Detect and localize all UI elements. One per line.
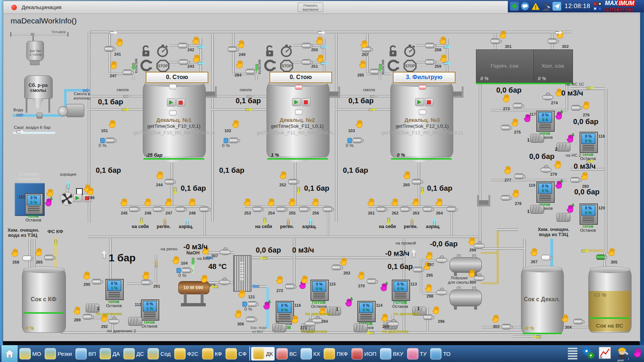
- manual-hand-icon[interactable]: [561, 314, 571, 323]
- manual-hand-icon[interactable]: [554, 160, 563, 169]
- manual-hand-icon[interactable]: [468, 236, 477, 246]
- manual-hand-icon[interactable]: [432, 306, 442, 315]
- manual-hand-icon[interactable]: [425, 283, 434, 293]
- valve-307[interactable]: [220, 249, 231, 255]
- valve-246[interactable]: [153, 206, 163, 212]
- manual-hand-icon[interactable]: [156, 171, 165, 180]
- taskbar-item-ДС[interactable]: ДС: [122, 347, 146, 361]
- valve-306[interactable]: [246, 317, 256, 322]
- status-box-2[interactable]: 0. Стою: [269, 72, 332, 83]
- taskbar-item-Резки[interactable]: Резки: [43, 347, 74, 361]
- valve-253[interactable]: [253, 206, 262, 212]
- gears-icon[interactable]: [581, 346, 595, 361]
- valve-121[interactable]: [247, 301, 257, 307]
- valve-263[interactable]: [423, 206, 432, 212]
- valve-241[interactable]: [104, 46, 114, 52]
- vfd-120[interactable]: 0 %0 %: [580, 204, 598, 225]
- valve-250[interactable]: [302, 43, 311, 48]
- manual-hand-icon[interactable]: [279, 171, 289, 180]
- water-valve[interactable]: [37, 113, 42, 119]
- chat-icon[interactable]: [521, 2, 529, 11]
- warning-icon[interactable]: !: [531, 2, 540, 11]
- valve-265[interactable]: [44, 255, 54, 260]
- taskbar-item-ПКФ[interactable]: ПКФ: [322, 347, 349, 361]
- valve-252[interactable]: [288, 179, 298, 184]
- touch-pointer-icon[interactable]: [633, 347, 644, 361]
- valve-278[interactable]: [501, 195, 510, 201]
- start-button[interactable]: [292, 98, 301, 106]
- manual-hand-icon[interactable]: [367, 198, 377, 207]
- auto-hand-icon[interactable]: A: [566, 134, 576, 143]
- manual-hand-icon[interactable]: [291, 315, 301, 324]
- valve-262[interactable]: [400, 206, 410, 212]
- valve-277[interactable]: [514, 173, 524, 179]
- manual-hand-icon[interactable]: [108, 119, 118, 129]
- valve-104[interactable]: [182, 268, 191, 273]
- manual-hand-icon[interactable]: [435, 198, 445, 207]
- manual-hand-icon[interactable]: [243, 198, 253, 207]
- auto-hand-icon[interactable]: [524, 113, 533, 123]
- taskbar-item-КХ[interactable]: КХ: [299, 347, 322, 361]
- manual-hand-icon[interactable]: [236, 60, 245, 69]
- home-button[interactable]: [1, 345, 18, 362]
- taskbar-item-ВКУ[interactable]: ВКУ: [378, 347, 405, 361]
- prod-engineer-icon[interactable]: prod i: [615, 346, 629, 361]
- taskbar-item-МО[interactable]: МО: [18, 347, 43, 361]
- manual-hand-icon[interactable]: [232, 119, 241, 129]
- manual-hand-icon[interactable]: [504, 165, 513, 175]
- menu-stack-icon[interactable]: [568, 347, 577, 361]
- vfd-1[interactable]: 0 %1 %: [105, 279, 124, 300]
- manual-hand-icon[interactable]: [340, 257, 349, 266]
- manual-hand-icon[interactable]: [492, 314, 501, 324]
- manual-hand-icon[interactable]: [276, 275, 285, 285]
- info-icon[interactable]: i: [626, 357, 631, 361]
- manual-hand-icon[interactable]: [188, 198, 198, 207]
- manual-hand-icon[interactable]: [238, 289, 247, 299]
- manual-hand-icon[interactable]: [86, 187, 96, 196]
- manual-hand-icon[interactable]: [316, 36, 325, 45]
- manual-hand-icon[interactable]: [200, 274, 210, 284]
- operator-icon[interactable]: [542, 2, 551, 11]
- valve-256[interactable]: [323, 206, 332, 212]
- grid-icon[interactable]: [593, 2, 602, 10]
- manual-hand-icon[interactable]: [357, 271, 367, 280]
- auto-hand-icon[interactable]: A: [45, 198, 54, 207]
- valve-289[interactable]: [83, 314, 92, 320]
- manual-hand-icon[interactable]: [359, 60, 368, 69]
- valve-102[interactable]: [229, 138, 238, 143]
- telegram-icon[interactable]: [552, 2, 561, 11]
- manual-hand-icon[interactable]: [468, 269, 477, 278]
- manual-hand-icon[interactable]: [192, 36, 201, 45]
- valve-292[interactable]: [108, 318, 119, 324]
- status-box-3[interactable]: 3. Фильтрую: [393, 72, 455, 83]
- vfd-115[interactable]: 0 %0 %: [310, 280, 329, 301]
- valve-245[interactable]: [129, 206, 139, 212]
- valve-247[interactable]: [176, 206, 185, 212]
- manual-hand-icon[interactable]: [35, 247, 44, 257]
- valve-297[interactable]: [436, 257, 447, 263]
- status-box-1[interactable]: 0. Стою: [146, 72, 208, 83]
- vfd-122[interactable]: 0 %0 %: [25, 193, 43, 214]
- taskbar-item-ДК[interactable]: ДК: [251, 347, 275, 361]
- valve-298[interactable]: [436, 290, 447, 295]
- vfd-113[interactable]: 0 %0 %: [392, 280, 410, 301]
- valve-274[interactable]: [542, 94, 553, 100]
- auto-hand-icon[interactable]: A: [555, 111, 565, 120]
- stop-button[interactable]: [425, 98, 433, 106]
- stop-button[interactable]: [302, 98, 310, 106]
- taskbar-item-ДА[interactable]: ДА: [98, 347, 122, 361]
- taskbar-item-ВП[interactable]: ВП: [74, 347, 98, 361]
- manual-hand-icon[interactable]: [116, 38, 125, 47]
- taskbar-item-ИОП[interactable]: ИОП: [350, 347, 378, 361]
- taskbar-item-КФ[interactable]: КФ: [200, 347, 224, 361]
- manual-hand-icon[interactable]: [530, 247, 540, 257]
- valve-291[interactable]: [141, 280, 151, 285]
- manual-hand-icon[interactable]: [608, 247, 617, 257]
- manual-hand-icon[interactable]: [46, 188, 56, 198]
- manual-hand-icon[interactable]: [301, 275, 310, 284]
- manual-hand-icon[interactable]: [425, 251, 435, 261]
- valve-305[interactable]: [596, 254, 606, 260]
- valve-249[interactable]: [228, 46, 237, 52]
- auto-hand-icon[interactable]: A: [345, 298, 354, 307]
- manual-hand-icon[interactable]: [165, 198, 174, 207]
